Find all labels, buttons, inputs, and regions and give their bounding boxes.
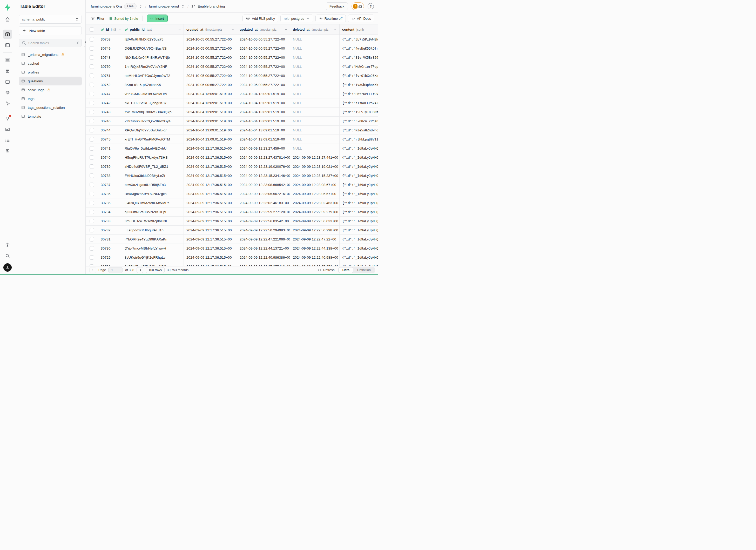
select-all-checkbox[interactable] xyxy=(90,27,94,32)
cell-content[interactable]: {"id":"_Id9aLyJpMHQLaiQC xyxy=(340,207,378,216)
row-checkbox[interactable] xyxy=(90,192,94,196)
cell-created_at[interactable]: 2024-10-05 00:55:27.722+00 xyxy=(184,80,237,89)
row-checkbox[interactable] xyxy=(90,73,94,78)
cell-content[interactable]: {"id":"_Id9aLyJpMHQLaiQC xyxy=(340,180,378,189)
cell-id[interactable]: 30740 xyxy=(98,153,122,162)
cell-content[interactable]: {"id":"sTsWaLCPsVA2WuK2 xyxy=(340,98,378,107)
column-header-created_at[interactable]: created_attimestamptz xyxy=(184,24,237,35)
sidebar-table-profiles[interactable]: profiles xyxy=(19,68,82,77)
cell-id[interactable]: 30738 xyxy=(98,171,122,180)
table-options-icon[interactable] xyxy=(76,79,80,83)
cell-deleted_at[interactable]: NULL xyxy=(290,126,340,135)
cell-created_at[interactable]: 2024-10-04 13:09:01.519+00 xyxy=(184,135,237,144)
column-header-updated_at[interactable]: updated_attimestamptz xyxy=(237,24,290,35)
cell-id[interactable]: 30752 xyxy=(98,80,122,89)
row-checkbox[interactable] xyxy=(90,237,94,242)
cell-content[interactable]: {"id":"_Id9aLyJpMHQLaiQC xyxy=(340,244,378,253)
cell-deleted_at[interactable]: NULL xyxy=(290,108,340,116)
cell-updated_at[interactable]: 2024-09-09 12:23:05.567216+00 xyxy=(237,189,290,198)
cell-content[interactable]: {"id":"_Id9aLyJpMHQLaiQC xyxy=(340,235,378,244)
cell-updated_at[interactable]: 2024-10-04 13:09:01.519+00 xyxy=(237,135,290,144)
cell-content[interactable]: {"id":"_Id9aLyJpMHQLaiQC xyxy=(340,217,378,225)
cell-created_at[interactable]: 2024-10-04 13:09:01.519+00 xyxy=(184,108,237,116)
cell-public_id[interactable]: bzwXazHgax6UIR58j6Fn3 xyxy=(122,180,184,189)
cell-updated_at[interactable]: 2024-09-09 12:23:19.020076+00 xyxy=(237,162,290,171)
cell-public_id[interactable]: lEfA0sRh9hIXf62Y6ga75 xyxy=(122,35,184,44)
cell-deleted_at[interactable]: NULL xyxy=(290,71,340,80)
cell-id[interactable]: 30750 xyxy=(98,62,122,71)
cell-id[interactable]: 30730 xyxy=(98,244,122,253)
cell-content[interactable]: {"id":"NJe5s8ZmBwnoB6e3s xyxy=(340,126,378,135)
cell-public_id[interactable]: DGEJfJZPQUV9Q-IBqsNSi xyxy=(122,44,184,53)
supabase-logo-icon[interactable] xyxy=(3,3,12,12)
cell-updated_at[interactable]: 2024-09-09 12:22:50.294983+00 xyxy=(237,226,290,234)
cell-public_id[interactable]: _La6pddxcKJIbgufATJ1n xyxy=(122,226,184,234)
column-menu-icon[interactable] xyxy=(178,28,181,31)
sidebar-table-template[interactable]: template xyxy=(19,112,82,121)
row-checkbox[interactable] xyxy=(90,201,94,205)
column-header-deleted_at[interactable]: deleted_attimestamptz xyxy=(290,24,340,35)
cell-created_at[interactable]: 2024-10-05 00:55:27.722+00 xyxy=(184,71,237,80)
cell-content[interactable]: {"id":"_Id9aLyJpMHQLaiQC xyxy=(340,153,378,162)
tab-data[interactable]: Data xyxy=(339,267,353,273)
sidebar-table-questions[interactable]: questions xyxy=(19,77,82,85)
rail-item-home[interactable] xyxy=(3,15,12,24)
cell-updated_at[interactable]: 2024-10-05 00:55:27.722+00 xyxy=(237,53,290,62)
cell-id[interactable]: 30737 xyxy=(98,180,122,189)
cell-public_id[interactable]: 8KraI-tSI-6-pSZcknaK5 xyxy=(122,80,184,89)
cell-deleted_at[interactable]: NULL xyxy=(290,53,340,62)
cell-created_at[interactable]: 2024-10-05 00:55:27.722+00 xyxy=(184,44,237,53)
cell-id[interactable]: 30753 xyxy=(98,35,122,44)
rail-item-realtime[interactable] xyxy=(3,99,12,108)
cell-content[interactable]: {"id":"fvrQ1bXoJ6XaAD08G xyxy=(340,71,378,80)
row-checkbox[interactable] xyxy=(90,173,94,178)
search-tables-input[interactable] xyxy=(28,41,74,45)
chevrons-up-down-icon[interactable] xyxy=(139,4,143,8)
cell-created_at[interactable]: 2024-10-05 00:55:27.722+00 xyxy=(184,53,237,62)
cell-deleted_at[interactable]: NULL xyxy=(290,80,340,89)
cell-deleted_at[interactable]: 2024-09-09 12:22:44.138+00 xyxy=(290,244,340,253)
rail-item-database[interactable] xyxy=(3,55,12,65)
cell-public_id[interactable]: xrETl_HyGY0mPMGVqtOTM xyxy=(122,135,184,144)
cell-id[interactable]: 30732 xyxy=(98,226,122,234)
new-table-button[interactable]: New table xyxy=(19,26,82,35)
cell-created_at[interactable]: 2024-09-09 12:17:36.515+00 xyxy=(184,180,237,189)
row-checkbox[interactable] xyxy=(90,246,94,251)
cell-content[interactable]: {"id":"4wyNgK55lOfrpmYZc xyxy=(340,44,378,53)
realtime-toggle-button[interactable]: Realtime off xyxy=(315,15,346,22)
api-docs-button[interactable]: API Docs xyxy=(348,15,374,22)
cell-updated_at[interactable]: 2024-10-04 13:09:01.519+00 xyxy=(237,98,290,107)
cell-updated_at[interactable]: 2024-09-09 12:23:02.46183+00 xyxy=(237,198,290,207)
schema-select[interactable]: schema: public xyxy=(19,15,82,24)
cell-updated_at[interactable]: 2024-10-05 00:55:27.722+00 xyxy=(237,62,290,71)
cell-id[interactable]: 30731 xyxy=(98,235,122,244)
cell-updated_at[interactable]: 2024-10-05 00:55:27.722+00 xyxy=(237,80,290,89)
cell-id[interactable]: 30743 xyxy=(98,108,122,116)
cell-id[interactable]: 30733 xyxy=(98,217,122,225)
enable-branching-button[interactable]: Enable branching xyxy=(191,4,225,9)
cell-public_id[interactable]: FHHUioa3bidd00BHyLeZt xyxy=(122,171,184,180)
cell-public_id[interactable]: H5uqFKpRUTPkjxdysT3HS xyxy=(122,153,184,162)
cell-deleted_at[interactable]: 2024-09-09 12:22:59.279+00 xyxy=(290,207,340,216)
cell-updated_at[interactable]: 2024-10-04 13:09:01.519+00 xyxy=(237,117,290,125)
cell-updated_at[interactable]: 2024-10-04 13:09:01.519+00 xyxy=(237,89,290,98)
rail-item-api-docs[interactable] xyxy=(3,146,12,156)
cell-created_at[interactable]: 2024-10-05 00:55:27.722+00 xyxy=(184,62,237,71)
breadcrumb-project[interactable]: farming-paper-prod xyxy=(149,4,185,8)
cell-deleted_at[interactable]: 2024-09-09 12:23:27.441+00 xyxy=(290,153,340,162)
cell-created_at[interactable]: 2024-09-09 12:17:36.515+00 xyxy=(184,153,237,162)
cell-deleted_at[interactable]: 2024-09-09 12:22:40.988+00 xyxy=(290,253,340,262)
row-checkbox[interactable] xyxy=(90,119,94,123)
cell-created_at[interactable]: 2024-10-04 13:09:01.519+00 xyxy=(184,126,237,135)
row-checkbox[interactable] xyxy=(90,101,94,105)
cell-public_id[interactable]: nxFT002ISeRE-Qobg3K3k xyxy=(122,98,184,107)
cell-created_at[interactable]: 2024-09-09 12:17:36.515+00 xyxy=(184,189,237,198)
cell-deleted_at[interactable]: NULL xyxy=(290,98,340,107)
cell-content[interactable]: {"id":"_Id9aLyJpMHQLaiQC xyxy=(340,226,378,234)
cell-public_id[interactable]: YwEmuWdqT38XoSB048QYp xyxy=(122,108,184,116)
column-header-public_id[interactable]: public_idtext xyxy=(122,24,184,35)
cell-id[interactable]: 30729 xyxy=(98,253,122,262)
rail-item-settings[interactable] xyxy=(3,240,12,250)
cell-id[interactable]: 30749 xyxy=(98,44,122,53)
rail-item-logs[interactable] xyxy=(3,136,12,145)
